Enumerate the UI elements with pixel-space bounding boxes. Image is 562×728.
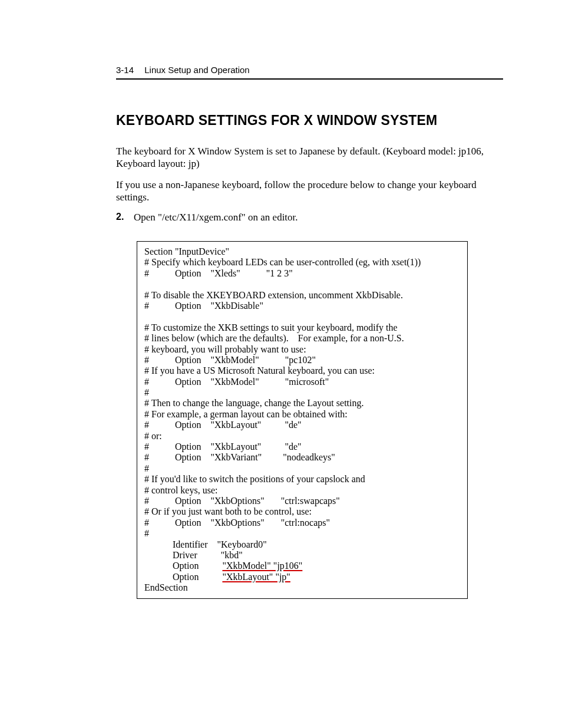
page-content: 3-14 Linux Setup and Operation KEYBOARD …	[0, 0, 562, 599]
code-line: # Option "XkbOptions" "ctrl:nocaps"	[144, 518, 330, 528]
code-line: # If you'd like to switch the positions …	[144, 474, 365, 484]
code-line: EndSection	[144, 582, 188, 592]
section-title: KEYBOARD SETTINGS FOR X WINDOW SYSTEM	[116, 113, 503, 129]
code-line: # Option "XkbLayout" "de"	[144, 442, 302, 452]
body-paragraph: The keyboard for X Window System is set …	[116, 145, 503, 170]
code-line: # Option "XkbVariant" "nodeadkeys"	[144, 452, 335, 462]
code-line: # Option "XkbModel" "pc102"	[144, 355, 316, 365]
code-line: # Option "XkbOptions" "ctrl:swapcaps"	[144, 496, 340, 506]
code-line: # For example, a german layout can be ob…	[144, 409, 348, 419]
code-line: #	[144, 528, 149, 538]
code-line: # Specify which keyboard LEDs can be use…	[144, 257, 421, 267]
numbered-step: 2. Open "/etc/X11/xgem.conf" on an edito…	[116, 212, 503, 223]
code-line: # Option "XkbLayout" "de"	[144, 420, 302, 430]
page-number: 3-14	[116, 65, 134, 75]
step-text: Open "/etc/X11/xgem.conf" on an editor.	[134, 212, 298, 223]
underlined-option-xkblayout: "XkbLayout" "jp"	[222, 572, 290, 582]
code-line: # To disable the XKEYBOARD extension, un…	[144, 290, 403, 300]
code-line: # Option "XkbModel" "microsoft"	[144, 377, 329, 387]
chapter-title: Linux Setup and Operation	[144, 65, 249, 75]
code-line: Driver "kbd"	[144, 550, 243, 560]
code-line: #	[144, 387, 149, 397]
code-line: # To customize the XKB settings to suit …	[144, 322, 398, 332]
body-paragraph: If you use a non-Japanese keyboard, foll…	[116, 179, 503, 204]
code-line: # If you have a US Microsoft Natural key…	[144, 365, 375, 375]
underlined-option-xkbmodel: "XkbModel" "jp106"	[222, 561, 302, 571]
running-header: 3-14 Linux Setup and Operation	[116, 65, 503, 80]
code-line: # or:	[144, 431, 162, 441]
config-file-snippet: Section "InputDevice" # Specify which ke…	[137, 241, 468, 599]
code-line: # Or if you just want both to be control…	[144, 506, 312, 516]
code-line: # control keys, use:	[144, 485, 217, 495]
code-line: #	[144, 463, 149, 473]
step-number: 2.	[116, 212, 134, 223]
code-line: Section "InputDevice"	[144, 246, 229, 256]
code-line: # Option "Xleds" "1 2 3"	[144, 268, 293, 278]
code-line: # Then to change the language, change th…	[144, 398, 363, 408]
code-line: # lines below (which are the defaults). …	[144, 333, 404, 343]
code-line: Identifier "Keyboard0"	[144, 539, 267, 549]
code-line: # Option "XkbDisable"	[144, 301, 263, 311]
code-line: Option	[144, 561, 222, 571]
code-line: # keyboard, you will probably want to us…	[144, 344, 306, 354]
code-line: Option	[144, 572, 222, 582]
